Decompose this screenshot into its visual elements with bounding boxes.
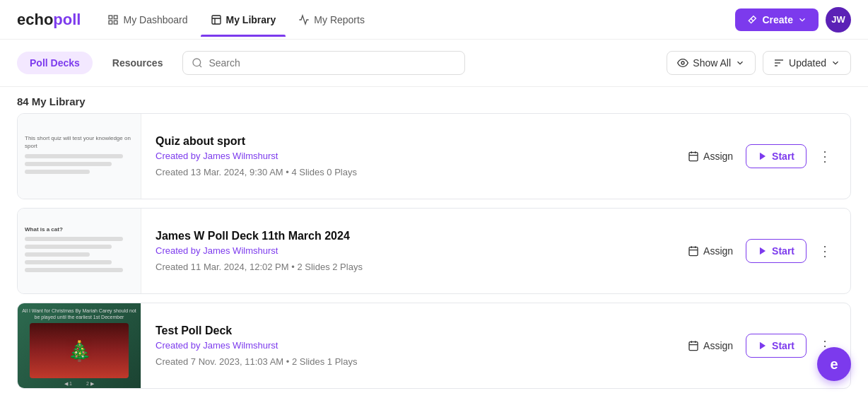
header-actions: Create JW	[735, 7, 851, 33]
search-icon	[192, 57, 203, 69]
chevron-down-icon	[735, 58, 745, 68]
card-thumbnail: This short quiz will test your knowledge…	[18, 114, 141, 199]
svg-rect-2	[109, 21, 112, 24]
svg-point-7	[681, 62, 684, 64]
card-thumbnail: What is a cat?	[18, 209, 141, 293]
tab-poll-decks[interactable]: Poll Decks	[17, 52, 93, 74]
card-creator: Created by James Wilmshurst	[156, 151, 654, 161]
toolbar: Poll Decks Resources Show All Updated	[0, 40, 868, 87]
thumb-line	[25, 154, 123, 158]
search-input[interactable]	[209, 57, 456, 69]
assign-button[interactable]: Assign	[682, 241, 739, 261]
more-options-button[interactable]: ⋮	[814, 146, 836, 166]
card-thumbnail: All I Want for Christmas By Mariah Carey…	[18, 303, 141, 388]
card-body: James W Poll Deck 11th March 2024 Create…	[141, 218, 668, 283]
card-actions: Assign Start ⋮	[668, 144, 850, 168]
thumb-line	[25, 268, 123, 272]
thumb-line	[25, 245, 112, 249]
svg-rect-21	[689, 342, 698, 351]
search-container	[182, 51, 465, 75]
create-button[interactable]: Create	[735, 8, 819, 31]
assign-button[interactable]: Assign	[682, 336, 739, 356]
xmas-icon: 🎄	[67, 339, 92, 363]
chevron-down-icon	[797, 15, 807, 25]
svg-marker-20	[760, 247, 766, 255]
svg-marker-25	[760, 342, 766, 350]
nav-library[interactable]: My Library	[201, 8, 286, 31]
play-icon	[758, 246, 768, 256]
svg-rect-4	[212, 16, 221, 24]
creator-name: James Wilmshurst	[203, 340, 278, 351]
thumb-line	[25, 252, 90, 257]
card-meta: Created 13 Mar. 2024, 9:30 AM • 4 Slides…	[156, 167, 654, 177]
wand-icon	[746, 14, 758, 25]
chevron-down-icon	[831, 58, 840, 68]
more-options-button[interactable]: ⋮	[814, 241, 836, 261]
card-title: James W Poll Deck 11th March 2024	[156, 230, 654, 242]
svg-rect-1	[115, 16, 118, 19]
thumb-line	[25, 237, 123, 241]
library-header: 84 My Library	[0, 87, 868, 113]
card-body: Test Poll Deck Created by James Wilmshur…	[141, 313, 668, 378]
calendar-icon	[688, 151, 699, 162]
logo[interactable]: echopoll	[17, 11, 81, 29]
thumb-header: What is a cat?	[25, 226, 134, 233]
calendar-icon	[688, 340, 699, 351]
library-icon	[211, 14, 222, 25]
eye-icon	[677, 57, 688, 69]
svg-marker-15	[760, 153, 766, 160]
svg-rect-11	[689, 153, 698, 161]
main-nav: My Dashboard My Library My Reports	[98, 8, 374, 31]
table-row: All I Want for Christmas By Mariah Carey…	[17, 303, 851, 389]
assign-button[interactable]: Assign	[682, 146, 739, 166]
updated-button[interactable]: Updated	[763, 51, 851, 75]
start-button[interactable]: Start	[746, 239, 807, 263]
card-title: Test Poll Deck	[156, 324, 654, 337]
thumb-line	[25, 170, 90, 174]
logo-poll: poll	[53, 11, 81, 29]
tab-resources[interactable]: Resources	[100, 52, 176, 74]
nav-dashboard[interactable]: My Dashboard	[98, 8, 197, 31]
app-header: echopoll My Dashboard My Library My Repo…	[0, 0, 868, 40]
sort-icon	[773, 57, 785, 69]
library-count-label: 84 My Library	[17, 90, 86, 113]
svg-rect-16	[689, 247, 698, 256]
show-all-button[interactable]: Show All	[667, 51, 756, 75]
logo-echo: echo	[17, 11, 53, 29]
thumb-line	[25, 260, 112, 264]
creator-name: James Wilmshurst	[203, 245, 278, 256]
creator-name: James Wilmshurst	[203, 151, 278, 161]
fab-button[interactable]: e	[817, 347, 851, 381]
card-creator: Created by James Wilmshurst	[156, 340, 654, 351]
card-actions: Assign Start ⋮	[668, 239, 850, 263]
card-meta: Created 7 Nov. 2023, 11:03 AM • 2 Slides…	[156, 356, 654, 367]
card-body: Quiz about sport Created by James Wilmsh…	[141, 124, 668, 189]
card-list: This short quiz will test your knowledge…	[0, 113, 868, 389]
svg-point-5	[193, 59, 201, 66]
reports-icon	[298, 14, 310, 25]
nav-reports[interactable]: My Reports	[288, 8, 375, 31]
start-button[interactable]: Start	[746, 144, 807, 168]
svg-line-6	[200, 65, 202, 67]
dashboard-icon	[107, 14, 119, 25]
card-title: Quiz about sport	[156, 135, 654, 148]
table-row: What is a cat? James W Poll Deck 11th Ma…	[17, 208, 851, 294]
toolbar-filters: Show All Updated	[667, 51, 851, 75]
start-button[interactable]: Start	[746, 334, 807, 358]
calendar-icon	[688, 245, 699, 257]
thumb-line	[25, 162, 112, 166]
xmas-thumbnail: All I Want for Christmas By Mariah Carey…	[18, 303, 141, 388]
card-meta: Created 11 Mar. 2024, 12:02 PM • 2 Slide…	[156, 262, 654, 272]
xmas-image: 🎄	[30, 323, 128, 378]
xmas-labels: ◀ 1 2 ▶	[64, 381, 94, 387]
user-avatar[interactable]: JW	[826, 7, 851, 33]
thumb-caption: This short quiz will test your knowledge…	[25, 135, 134, 150]
card-creator: Created by James Wilmshurst	[156, 245, 654, 256]
svg-rect-0	[109, 16, 112, 19]
table-row: This short quiz will test your knowledge…	[17, 113, 851, 199]
thumb-caption: All I Want for Christmas By Mariah Carey…	[18, 305, 141, 323]
play-icon	[758, 151, 768, 161]
play-icon	[758, 341, 768, 351]
svg-rect-3	[115, 21, 118, 24]
